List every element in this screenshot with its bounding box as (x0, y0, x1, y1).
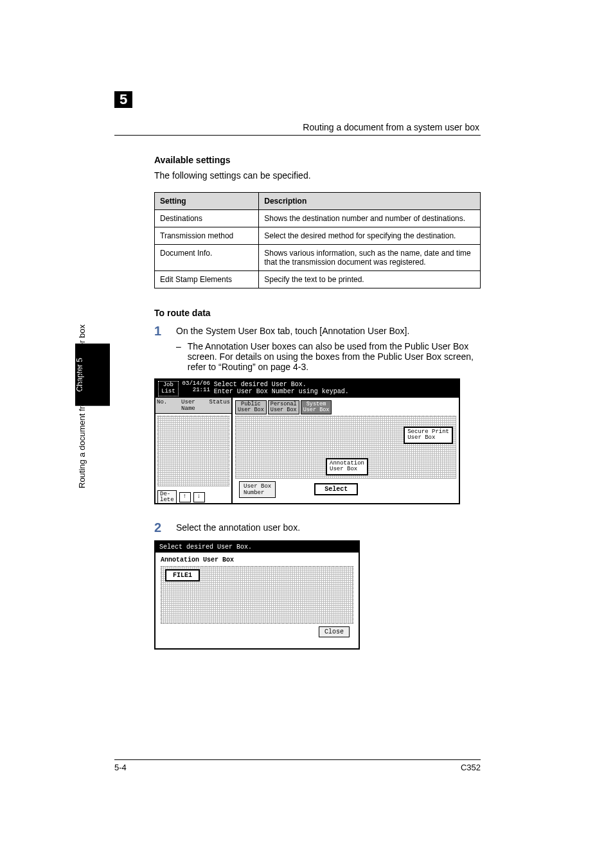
table-header-description: Description (259, 193, 481, 210)
model-number: C352 (461, 763, 481, 772)
settings-table: Setting Description Destinations Shows t… (154, 192, 481, 288)
select-button[interactable]: Select (314, 483, 358, 495)
page-header-breadcrumb: Routing a document from a system user bo… (303, 122, 479, 132)
table-cell-setting: Destinations (155, 210, 259, 227)
step-2: 2 Select the annotation user box. (154, 521, 481, 534)
screen-title-line2: Enter User Box Number using keypad. (214, 388, 456, 395)
table-row: Transmission method Select the desired m… (155, 227, 481, 245)
step-1-sub: – The Annotation User boxes can also be … (176, 341, 481, 372)
step-number: 1 (154, 324, 168, 337)
side-section-title: Routing a document from a system user bo… (77, 324, 87, 488)
arrow-down-button[interactable]: ↓ (193, 492, 205, 502)
arrow-up-button[interactable]: ↑ (179, 492, 191, 502)
screen-title: Select desired User Box. (155, 542, 359, 553)
tab-system-user-box[interactable]: System User Box (301, 400, 332, 414)
heading-to-route-data: To route data (154, 308, 481, 318)
table-cell-description: Shows the destination number and number … (259, 210, 481, 227)
file1-button[interactable]: FILE1 (165, 569, 200, 581)
tab-public-user-box[interactable]: Public User Box (235, 400, 267, 414)
tab-personal-user-box[interactable]: Personal User Box (268, 400, 299, 414)
col-user-name: User Name (181, 399, 195, 412)
step-text: Select the annotation user box. (176, 521, 481, 533)
close-button[interactable]: Close (319, 626, 350, 637)
table-cell-description: Specify the text to be printed. (259, 271, 481, 288)
timestamp: 03/14/06 21:11 (182, 381, 210, 394)
table-cell-setting: Document Info. (155, 245, 259, 271)
annotation-user-box-button[interactable]: Annotation User Box (326, 458, 368, 475)
table-cell-description: Shows various information, such as the n… (259, 245, 481, 271)
table-row: Document Info. Shows various information… (155, 245, 481, 271)
secure-print-user-box-button[interactable]: Secure Print User Box (404, 427, 453, 444)
page-number: 5-4 (114, 763, 127, 772)
table-header-setting: Setting (155, 193, 259, 210)
table-row: Edit Stamp Elements Specify the text to … (155, 271, 481, 288)
box-area: Secure Print User Box Annotation User Bo… (235, 416, 456, 479)
job-list-tab[interactable]: Job List (158, 381, 179, 396)
annotation-box-list: FILE1 (161, 566, 353, 624)
screenshot-user-box-select: Job List 03/14/06 21:11 Select desired U… (154, 378, 460, 504)
screenshot-annotation-box-select: Select desired User Box. Annotation User… (154, 540, 360, 650)
intro-paragraph: The following settings can be specified. (154, 170, 481, 181)
table-cell-description: Select the desired method for specifying… (259, 227, 481, 245)
col-status: Status (209, 399, 230, 412)
table-row: Destinations Shows the destination numbe… (155, 210, 481, 227)
col-no: No. (157, 399, 167, 412)
screen-title-line1: Select desired User Box. (214, 381, 456, 388)
header-divider (114, 135, 481, 136)
dash-icon: – (176, 341, 181, 372)
heading-available-settings: Available settings (154, 155, 481, 165)
step-1: 1 On the System User Box tab, touch [Ann… (154, 324, 481, 337)
user-box-number-button[interactable]: User Box Number (239, 481, 276, 498)
step-text: On the System User Box tab, touch [Annot… (176, 324, 481, 336)
step-number: 2 (154, 521, 168, 534)
sub-step-text: The Annotation User boxes can also be us… (188, 341, 481, 372)
delete-button[interactable]: De- lete (157, 490, 177, 504)
job-list-panel: No. User Name Status De- lete ↑ ↓ (155, 398, 233, 504)
chapter-number: 5 (114, 91, 132, 108)
annotation-user-box-label: Annotation User Box (161, 556, 353, 563)
table-cell-setting: Edit Stamp Elements (155, 271, 259, 288)
table-cell-setting: Transmission method (155, 227, 259, 245)
job-list-area (157, 416, 229, 486)
